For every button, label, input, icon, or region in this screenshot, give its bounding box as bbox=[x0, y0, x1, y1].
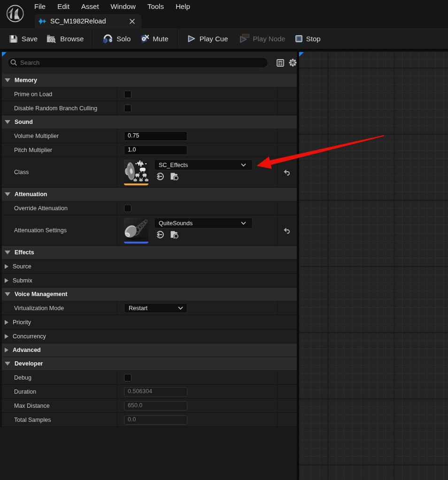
property-value-cell bbox=[117, 143, 278, 157]
debug-checkbox[interactable] bbox=[124, 374, 131, 381]
category-developer[interactable]: Developer bbox=[0, 357, 297, 371]
collapse-arrow-icon bbox=[5, 320, 8, 325]
override-attenuation-checkbox[interactable] bbox=[124, 205, 131, 212]
mute-speaker-icon bbox=[139, 34, 149, 44]
menu-tools[interactable]: Tools bbox=[147, 0, 164, 13]
reset-cell bbox=[278, 413, 297, 427]
toolbar-separator bbox=[92, 29, 93, 48]
reset-to-default-icon[interactable] bbox=[284, 227, 291, 234]
category-advanced[interactable]: Advanced bbox=[0, 343, 297, 357]
tab-close-icon[interactable] bbox=[128, 17, 136, 25]
property-value-cell: Restart bbox=[117, 301, 278, 315]
property-label: Total Samples bbox=[14, 417, 51, 423]
menu-asset[interactable]: Asset bbox=[81, 0, 99, 13]
category-label: Attenuation bbox=[15, 191, 47, 198]
prime-on-load-checkbox[interactable] bbox=[124, 91, 131, 98]
use-selected-asset-icon[interactable] bbox=[156, 230, 164, 239]
subcategory-label: Source bbox=[13, 263, 31, 270]
row-total-samples: Total Samples bbox=[0, 413, 297, 427]
property-label: Volume Multiplier bbox=[14, 133, 59, 139]
unreal-engine-logo[interactable] bbox=[4, 3, 25, 24]
attenuation-settings-combobox[interactable]: QuiteSounds bbox=[154, 218, 253, 229]
sound-cue-graph-panel[interactable] bbox=[299, 52, 448, 480]
row-debug: Debug bbox=[0, 371, 297, 385]
browse-to-asset-icon[interactable] bbox=[170, 172, 179, 181]
window-header: File Edit Asset Window Tools Help SC_M19… bbox=[0, 0, 448, 28]
chevron-down-icon bbox=[178, 306, 183, 310]
class-combobox[interactable]: SC_Effects bbox=[154, 160, 253, 170]
property-value-cell: SC_Effects bbox=[117, 157, 278, 187]
property-value-cell bbox=[117, 385, 278, 398]
category-sound[interactable]: Sound bbox=[0, 115, 297, 129]
save-button[interactable]: Save bbox=[9, 28, 38, 50]
pitch-multiplier-input[interactable] bbox=[124, 145, 187, 155]
solo-label: Solo bbox=[116, 35, 131, 43]
asset-color-bar bbox=[124, 242, 148, 244]
chevron-down-icon bbox=[241, 163, 246, 167]
max-distance-field bbox=[124, 401, 187, 411]
main-area: Memory Prime on Load Disable Random Bran… bbox=[0, 52, 448, 480]
play-cue-button[interactable]: Play Cue bbox=[187, 28, 228, 50]
attenuation-thumbnail[interactable] bbox=[124, 218, 148, 244]
subcategory-label: Submix bbox=[13, 277, 32, 284]
asset-editor: SC_Effects bbox=[124, 157, 253, 187]
property-name-cell: Debug bbox=[2, 371, 117, 384]
category-effects[interactable]: Effects bbox=[0, 246, 297, 259]
browse-to-asset-icon[interactable] bbox=[170, 230, 179, 239]
browse-icon bbox=[46, 34, 56, 43]
reset-cell bbox=[278, 101, 297, 115]
sound-class-thumbnail[interactable] bbox=[124, 160, 148, 185]
view-options-button[interactable] bbox=[289, 59, 297, 67]
use-selected-asset-icon[interactable] bbox=[156, 172, 164, 181]
reset-cell bbox=[278, 87, 297, 101]
property-name-cell: Override Attenuation bbox=[2, 201, 117, 215]
property-name-cell: Virtualization Mode bbox=[2, 301, 117, 315]
search-input[interactable] bbox=[20, 59, 264, 66]
category-voice-management[interactable]: Voice Management bbox=[0, 288, 297, 301]
property-value-cell bbox=[117, 129, 278, 143]
row-volume-multiplier: Volume Multiplier bbox=[0, 129, 297, 143]
duration-field bbox=[124, 387, 187, 396]
reset-to-default-icon[interactable] bbox=[284, 169, 291, 176]
row-pitch-multiplier: Pitch Multiplier bbox=[0, 143, 297, 157]
menu-edit[interactable]: Edit bbox=[57, 0, 70, 13]
row-prime-on-load: Prime on Load bbox=[0, 87, 297, 101]
asset-action-icons bbox=[156, 172, 253, 181]
virtualization-mode-value: Restart bbox=[129, 305, 178, 312]
volume-multiplier-input[interactable] bbox=[124, 131, 187, 141]
attenuation-settings-combobox-value: QuiteSounds bbox=[159, 220, 241, 227]
property-name-cell: Pitch Multiplier bbox=[2, 143, 117, 157]
display-settings-button[interactable] bbox=[277, 59, 284, 67]
asset-controls: SC_Effects bbox=[154, 160, 253, 181]
play-node-button[interactable]: Play Node bbox=[239, 28, 286, 50]
category-memory[interactable]: Memory bbox=[0, 74, 297, 87]
stop-button[interactable]: Stop bbox=[295, 28, 321, 50]
property-value-cell bbox=[117, 87, 278, 101]
browse-button[interactable]: Browse bbox=[46, 28, 84, 50]
reset-cell bbox=[278, 371, 297, 384]
mute-button[interactable]: Mute bbox=[139, 28, 168, 50]
property-label: Pitch Multiplier bbox=[14, 147, 52, 153]
stop-label: Stop bbox=[306, 35, 321, 43]
collapse-arrow-icon bbox=[5, 192, 10, 196]
subcategory-concurrency[interactable]: Concurrency bbox=[0, 329, 297, 343]
menu-window[interactable]: Window bbox=[111, 0, 136, 13]
search-icon bbox=[10, 59, 18, 67]
search-box[interactable] bbox=[8, 57, 268, 68]
tab-sc-m1982reload[interactable]: SC_M1982Reload bbox=[35, 14, 141, 28]
category-attenuation[interactable]: Attenuation bbox=[0, 188, 297, 201]
property-name-cell: Prime on Load bbox=[2, 87, 117, 101]
subcategory-submix[interactable]: Submix bbox=[0, 274, 297, 288]
category-label: Memory bbox=[15, 77, 37, 84]
virtualization-mode-combobox[interactable]: Restart bbox=[124, 303, 187, 313]
property-name-cell: Duration bbox=[2, 385, 117, 398]
menu-help[interactable]: Help bbox=[176, 0, 190, 13]
subcategory-source[interactable]: Source bbox=[0, 259, 297, 274]
disable-random-branch-culling-checkbox[interactable] bbox=[124, 105, 131, 112]
solo-button[interactable]: Solo bbox=[103, 28, 131, 50]
subcategory-priority[interactable]: Priority bbox=[0, 315, 297, 329]
menu-file[interactable]: File bbox=[34, 0, 46, 13]
property-value-cell bbox=[117, 413, 278, 427]
save-label: Save bbox=[22, 35, 38, 43]
row-max-distance: Max Distance bbox=[0, 399, 297, 413]
